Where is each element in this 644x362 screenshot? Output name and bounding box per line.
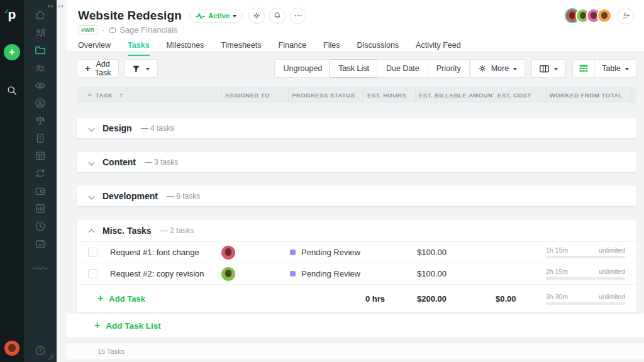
- task-group-content[interactable]: Content — 3 tasks: [77, 152, 636, 172]
- collapse-nav-icon[interactable]: [31, 264, 49, 273]
- status-dot-icon: [290, 250, 296, 255]
- task-title[interactable]: Request #2: copy revision: [110, 269, 204, 278]
- worked-from-total: 1h 15m unlimited: [546, 246, 630, 258]
- search-icon[interactable]: [6, 84, 18, 97]
- client-name[interactable]: Sage Financials: [109, 25, 178, 35]
- tab-files[interactable]: Files: [323, 41, 340, 56]
- table-header: TASK ▲▼ ASSIGNED TO PROGRESS STATUS EST.…: [77, 87, 636, 103]
- add-member-button[interactable]: [617, 8, 634, 25]
- total-worked-from-total: 3h 30m unlimited: [546, 293, 630, 305]
- view-dropdown[interactable]: Table: [595, 64, 636, 73]
- people-building-icon[interactable]: [34, 26, 47, 39]
- chevron-down-icon: [233, 15, 236, 18]
- tab-timesheets[interactable]: Timesheets: [221, 41, 261, 56]
- task-checkbox[interactable]: [88, 269, 97, 278]
- add-task-button[interactable]: + Add Task: [77, 59, 119, 78]
- task-group-development[interactable]: Development — 6 tasks: [77, 186, 636, 206]
- group-mode-switch: Ungrouped Task List Due Date Priority: [274, 59, 469, 78]
- eye-icon[interactable]: [34, 79, 47, 92]
- more-options-button[interactable]: More: [470, 59, 525, 78]
- invoice-icon[interactable]: $: [34, 132, 47, 145]
- people-icon[interactable]: [34, 62, 47, 74]
- primary-rail: p +: [0, 0, 24, 362]
- filter-button[interactable]: [124, 59, 158, 78]
- mode-priority[interactable]: Priority: [428, 60, 469, 77]
- table-view-icon[interactable]: [573, 60, 595, 77]
- calendar-check-icon[interactable]: [34, 238, 47, 250]
- group-header[interactable]: Misc. Tasks — 2 tasks: [77, 220, 636, 241]
- status-label: Active: [208, 12, 230, 19]
- page-title: Website Redesign: [78, 9, 182, 23]
- task-title[interactable]: Request #1: font change: [110, 248, 199, 257]
- person-circle-icon[interactable]: [34, 97, 47, 109]
- main-content: ↦ Website Redesign Active ⋯: [57, 0, 644, 362]
- tab-milestones[interactable]: Milestones: [167, 41, 204, 56]
- add-task-list-button[interactable]: + Add Task List: [67, 321, 161, 331]
- group-name: Design: [103, 123, 132, 133]
- assignee-avatar[interactable]: [221, 246, 235, 260]
- mode-due-date[interactable]: Due Date: [377, 60, 428, 77]
- column-est-hours[interactable]: EST. HOURS: [364, 87, 415, 103]
- mode-task-list[interactable]: Task List: [330, 59, 378, 78]
- bar-chart-icon[interactable]: [34, 202, 47, 215]
- member-avatar[interactable]: [597, 8, 612, 23]
- add-task-inline-button[interactable]: + Add Task: [77, 294, 221, 304]
- bell-icon: [273, 11, 282, 20]
- est-billable-amount: $100.00: [415, 248, 494, 257]
- column-worked-from-total[interactable]: WORKED FROM TOTAL: [546, 87, 630, 103]
- collapse-all-icon[interactable]: [87, 94, 92, 98]
- progress-status[interactable]: Pending Review: [288, 248, 364, 257]
- notifications-button[interactable]: [269, 8, 286, 24]
- scales-icon[interactable]: [34, 114, 47, 127]
- tab-finance[interactable]: Finance: [279, 41, 306, 56]
- group-name: Development: [103, 191, 158, 201]
- grid-calculator-icon[interactable]: [34, 150, 47, 162]
- chevron-down-icon: [89, 193, 95, 199]
- group-count: — 6 tasks: [167, 192, 200, 200]
- sort-icon: ▲▼: [119, 92, 123, 97]
- project-members: [565, 8, 634, 25]
- more-actions-button[interactable]: ⋯: [290, 8, 306, 24]
- gear-icon: [252, 11, 261, 20]
- column-est-cost[interactable]: EST. COST: [494, 87, 546, 103]
- folder-icon[interactable]: [34, 44, 47, 57]
- column-assigned-to[interactable]: ASSIGNED TO: [221, 87, 288, 103]
- chevron-down-icon: [554, 68, 558, 70]
- task-group-design[interactable]: Design — 4 tasks: [77, 118, 636, 138]
- alert-circle-icon[interactable]: [34, 344, 47, 357]
- tab-overview[interactable]: Overview: [78, 41, 111, 56]
- tab-tasks[interactable]: Tasks: [128, 41, 150, 56]
- create-new-button[interactable]: +: [4, 44, 20, 60]
- home-icon[interactable]: [34, 9, 47, 21]
- expand-panel-icon[interactable]: ↦: [58, 3, 64, 9]
- progress-bar: [546, 277, 625, 280]
- task-checkbox[interactable]: [88, 248, 97, 257]
- person-add-icon: [621, 11, 630, 20]
- progress-status[interactable]: Pending Review: [288, 269, 364, 278]
- project-code-tag: #WR: [78, 25, 97, 35]
- wrench-icon[interactable]: [47, 353, 55, 362]
- project-status-dropdown[interactable]: Active: [189, 9, 243, 23]
- group-count: — 2 tasks: [160, 226, 194, 235]
- project-tabs: Overview Tasks Milestones Timesheets Fin…: [78, 41, 634, 57]
- breadcrumb: #WR · Sage Financials: [78, 25, 634, 35]
- assignee-avatar[interactable]: [221, 267, 235, 281]
- tab-activity-feed[interactable]: Activity Feed: [416, 41, 461, 56]
- columns-button[interactable]: [531, 59, 566, 78]
- clock-icon[interactable]: [34, 220, 47, 233]
- tab-discussions[interactable]: Discussions: [357, 41, 399, 56]
- group-totals-row: + Add Task 0 hrs $200.00 $0.00 3h 30m un…: [77, 284, 636, 312]
- wallet-icon[interactable]: [34, 185, 47, 197]
- project-settings-button[interactable]: [248, 8, 265, 24]
- est-billable-amount: $100.00: [415, 269, 494, 278]
- column-progress-status[interactable]: PROGRESS STATUS: [288, 87, 364, 103]
- expand-rail-icon[interactable]: ↦: [48, 3, 53, 9]
- column-task[interactable]: TASK ▲▼: [77, 87, 221, 103]
- mode-ungrouped[interactable]: Ungrouped: [275, 60, 330, 77]
- current-user-avatar[interactable]: [4, 341, 19, 356]
- column-est-billable-amount[interactable]: EST. BILLABLE AMOUNT: [415, 87, 494, 103]
- activity-pulse-icon: [196, 13, 205, 19]
- sync-icon[interactable]: [34, 167, 47, 180]
- table-row: Request #2: copy revision Pending Review…: [77, 263, 636, 284]
- funnel-icon: [132, 65, 140, 73]
